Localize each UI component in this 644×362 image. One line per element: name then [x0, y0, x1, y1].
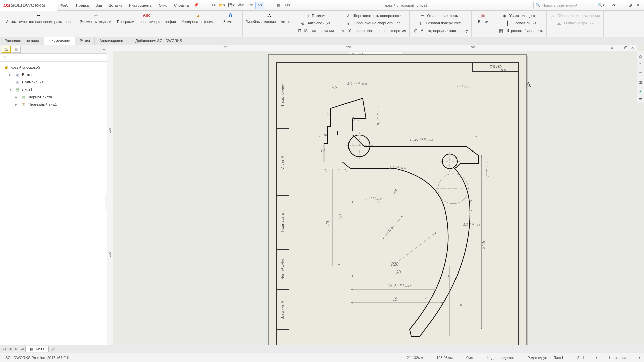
- settings-button[interactable]: ⚙▾: [283, 2, 292, 9]
- mdi-close-icon[interactable]: ✕: [629, 46, 635, 51]
- svg-text:19: 19: [393, 297, 397, 302]
- revision-cloud-button: ☁Облако редакций: [556, 19, 594, 27]
- status-scale-dropdown-icon[interactable]: ▾: [596, 355, 598, 360]
- mdi-minimize-icon[interactable]: —: [616, 46, 622, 51]
- hole-callout-button[interactable]: ⌾Условное обозначение отверстия: [341, 27, 406, 34]
- menu-edit[interactable]: Правка: [73, 0, 92, 11]
- library-icon[interactable]: 🗃: [638, 70, 644, 76]
- graphics-area[interactable]: 100 200 300 200 100 ⧉ — 🗗 ✕ 🔍 ⛶ ↺ ◐ ▢ ◎ …: [107, 45, 644, 345]
- tree-item-label: Формат листа1: [28, 95, 54, 99]
- drawing-sheet[interactable]: СП-0,1 Перв. примен Справ № Подп и дата …: [268, 54, 527, 345]
- save-button[interactable]: 💾▾: [227, 2, 236, 9]
- close-button[interactable]: ✕: [635, 3, 641, 7]
- format-painter-button[interactable]: 🖌Копировать формат: [179, 11, 219, 37]
- custom-props-icon[interactable]: ☰: [638, 97, 644, 103]
- expand-icon[interactable]: ▾: [9, 87, 13, 92]
- sheet-nav-prev[interactable]: ◀: [7, 347, 13, 351]
- sheet-tab-1[interactable]: ▤ Лист1: [25, 346, 49, 352]
- spell-check-button[interactable]: AbcПрограмма проверки орфографии: [114, 11, 179, 37]
- center-mark-button[interactable]: ⊕Указатель центра: [502, 12, 540, 19]
- tree-blocks[interactable]: ▸ ▣ Блоки: [3, 71, 106, 78]
- geometric-tolerance-button[interactable]: ▭Отклонение формы: [420, 12, 461, 19]
- tab-evaluate[interactable]: Анализировать: [95, 37, 130, 45]
- model-items-button[interactable]: ✳Элементы модели: [77, 11, 114, 37]
- panel-flyout-icon[interactable]: ▸: [103, 47, 105, 51]
- menu-file[interactable]: Файл: [57, 0, 73, 11]
- svg-text:5,3 ⁺⁰·¹₋₀.₁: 5,3 ⁺⁰·¹₋₀.₁: [463, 222, 480, 226]
- menu-view[interactable]: Вид: [92, 0, 105, 11]
- mdi-restore-icon[interactable]: 🗗: [623, 46, 629, 51]
- expand-icon[interactable]: ▸: [9, 73, 13, 77]
- centerline-button[interactable]: ╂Осевая линия: [505, 19, 537, 27]
- note-button[interactable]: AЗаметка: [219, 11, 243, 37]
- weld-symbol-button[interactable]: ↙Обозначение сварного шва: [346, 19, 400, 27]
- ribbon: ↔Автоматическое нанесение размеров ✳Элем…: [0, 11, 644, 37]
- folder-icon: ▣: [15, 73, 20, 77]
- home-icon[interactable]: ⌂: [638, 53, 644, 59]
- svg-text:R20: R20: [391, 262, 399, 267]
- undo-button[interactable]: ↶▾: [246, 2, 255, 9]
- tree-annotations[interactable]: ▣ Примечания: [3, 78, 106, 86]
- select-button[interactable]: ↖▾: [255, 2, 264, 9]
- menu-help[interactable]: Справка: [171, 0, 192, 11]
- search-dropdown-icon[interactable]: 🔍▾: [596, 3, 605, 7]
- auto-balloon-button[interactable]: ⊛Авто-позиция: [300, 19, 331, 27]
- add-sheet-button[interactable]: ▤⁺: [49, 347, 57, 351]
- mdi-new-window-icon[interactable]: ⧉: [609, 46, 615, 51]
- menu-insert[interactable]: Вставка: [105, 0, 126, 11]
- print-button[interactable]: 🖶▾: [236, 2, 245, 9]
- tree-root[interactable]: ▣ новый спусковой: [3, 64, 106, 71]
- window-controls: ?▾ — 🗗 ✕: [610, 3, 641, 7]
- tab-annotation[interactable]: Примечание: [44, 37, 75, 45]
- blocks-button[interactable]: ▣Блоки: [472, 11, 495, 37]
- search-input[interactable]: 🔍 Поиск в базе знаний 🔍▾: [533, 2, 607, 9]
- property-tab[interactable]: ▥: [12, 46, 21, 53]
- side-label: Подп и дата: [281, 213, 284, 232]
- smart-dimension-button[interactable]: ↔Автоматическое нанесение размеров: [0, 11, 77, 37]
- command-tabs: Расположение вида Примечание Эскиз Анали…: [0, 37, 644, 45]
- new-button[interactable]: 🗋▾: [208, 2, 217, 9]
- appearances-icon[interactable]: ●: [638, 88, 644, 94]
- feature-tree-tab[interactable]: 🗂: [2, 46, 11, 53]
- tab-addins[interactable]: Добавления SOLIDWORKS: [130, 37, 187, 45]
- note-pattern-button[interactable]: ∴∴Линейный массив заметок: [243, 11, 293, 37]
- sheet-icon: ▤: [30, 347, 34, 351]
- sheet-nav-next[interactable]: ▶: [13, 347, 19, 351]
- magnetic-line-button[interactable]: ⊓Магнитная линия: [297, 27, 334, 34]
- view-palette-icon[interactable]: ▦: [638, 79, 644, 85]
- resources-icon[interactable]: 🗀: [638, 62, 644, 68]
- sheet-nav-first[interactable]: ⏮: [1, 347, 7, 351]
- sheet-nav-last[interactable]: ⏭: [19, 347, 25, 351]
- restore-button[interactable]: 🗗: [627, 3, 633, 7]
- tree-filter[interactable]: ♡: [0, 54, 107, 62]
- status-scale[interactable]: 2 : 1: [575, 356, 586, 360]
- help-button[interactable]: ?▾: [610, 3, 617, 7]
- menu-window[interactable]: Окно: [156, 0, 171, 11]
- panel-splitter-handle[interactable]: [105, 194, 107, 210]
- tree-sheet-format[interactable]: ▸ ▤ Формат листа1: [3, 93, 106, 101]
- surface-finish-button[interactable]: √Шероховатость поверхности: [345, 12, 401, 19]
- tab-sketch[interactable]: Эскиз: [75, 37, 95, 45]
- pin-icon[interactable]: 📌: [194, 3, 199, 7]
- tree-sheet1[interactable]: ▾ ▤ Лист1: [3, 86, 106, 93]
- expand-icon[interactable]: ▸: [15, 102, 19, 107]
- status-customize[interactable]: Настройка: [607, 356, 629, 360]
- balloon-button[interactable]: ⊙Позиция: [304, 12, 326, 19]
- area-hatch-button[interactable]: ▨Штриховка/заполнить: [498, 27, 543, 34]
- minimize-button[interactable]: —: [619, 3, 625, 7]
- expand-icon[interactable]: ▸: [15, 95, 19, 99]
- svg-text:⌀4: ⌀4: [392, 188, 398, 194]
- rebuild-button[interactable]: ⁞: [265, 2, 273, 9]
- tree-drawing-view1[interactable]: ▸ ◫ Чертежный вид1: [3, 101, 106, 108]
- menu-tools[interactable]: Инструменты: [126, 0, 156, 11]
- datum-target-button[interactable]: ⊕Место, определяющее базу: [413, 27, 468, 34]
- tree-item-label: Чертежный вид1: [28, 102, 57, 106]
- options-button[interactable]: ▦: [274, 2, 283, 9]
- status-customize-dropdown-icon[interactable]: ▾: [639, 355, 641, 360]
- tab-view-layout[interactable]: Расположение вида: [0, 37, 44, 45]
- side-label: Инв. № дубл: [281, 259, 284, 279]
- datum-feature-button[interactable]: ▯Базовая поверхность: [419, 19, 463, 27]
- open-button[interactable]: 📂▾: [218, 2, 226, 9]
- svg-text:0,5: 0,5: [326, 112, 330, 116]
- svg-text:6: 6: [460, 303, 462, 307]
